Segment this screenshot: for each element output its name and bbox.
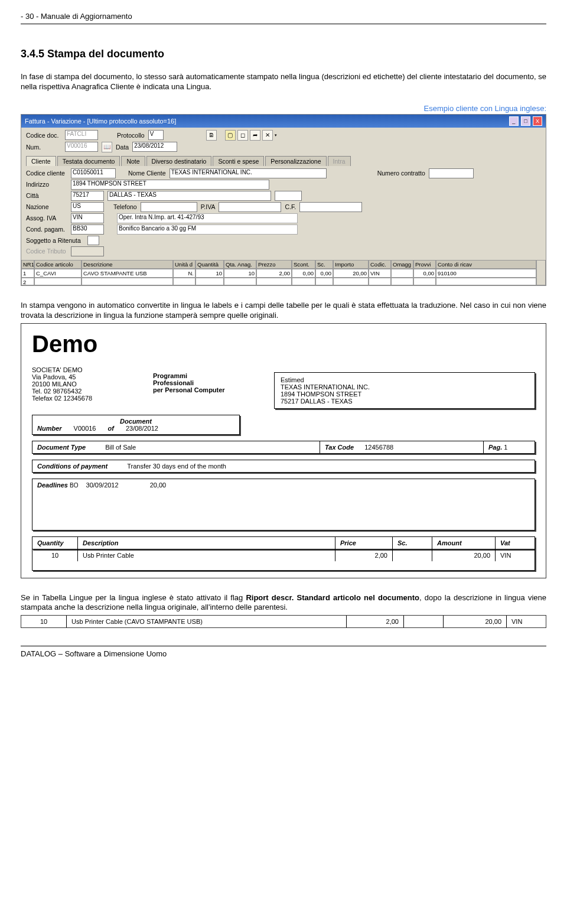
i2-vat: VIN — [507, 616, 546, 627]
i2-sc — [404, 616, 444, 627]
lbl-telefono: Telefono — [113, 203, 137, 210]
inp-data[interactable]: 23/08/2012 — [132, 142, 177, 152]
taxcode-val: 12456788 — [364, 444, 393, 451]
inp-codicecliente[interactable]: C01050011 — [71, 168, 116, 178]
dead-code: BO — [70, 482, 78, 489]
note-icon[interactable]: ▢ — [225, 130, 236, 141]
h-desc: Descrizione — [82, 260, 173, 269]
window-title: Fattura - Variazione - [Ultimo protocoll… — [25, 118, 176, 125]
h-price: Price — [335, 537, 393, 549]
inp-assog[interactable]: VIN — [71, 213, 104, 223]
lbl-soggetto: Soggetto a Ritenuta — [26, 237, 84, 244]
company-city: 20100 MILANO — [32, 380, 138, 388]
tab-pers[interactable]: Personalizzazione — [265, 156, 326, 166]
number-lbl: Number — [37, 425, 62, 432]
inp-num[interactable]: V00016 — [65, 142, 98, 152]
tab-sconti[interactable]: Sconti e spese — [213, 156, 264, 166]
demo-document: Demo SOCIETA' DEMO Via Padova, 45 20100 … — [21, 323, 546, 578]
i2-amt: 20,00 — [444, 616, 507, 627]
chk-soggetto[interactable] — [87, 236, 99, 245]
demo-title: Demo — [32, 331, 535, 357]
i2-desc: Usb Printer Cable (CAVO STAMPANTE USB) — [67, 616, 347, 627]
h-importo: Importo — [333, 260, 369, 269]
prog1: Programmi — [153, 372, 259, 379]
company-tel: Tel. 02 98765432 — [32, 388, 138, 395]
inp-codicedoc[interactable]: FATCLI — [65, 130, 98, 140]
cond-row: Conditions of payment Transfer 30 days e… — [32, 460, 535, 473]
c — [436, 278, 536, 285]
c — [391, 278, 413, 285]
page-header: - 30 - Manuale di Aggiornamento — [21, 12, 546, 21]
inp-cap[interactable]: 75217 — [71, 191, 104, 201]
inp-citta[interactable]: DALLAS - TEXAS — [107, 191, 271, 201]
inp-indirizzo[interactable]: 1894 THOMPSON STREET — [71, 180, 269, 190]
inp-piva[interactable] — [219, 202, 281, 212]
txt-oper: Oper. Intra N.Imp. art. 41-427/93 — [117, 213, 298, 223]
h-desc: Description — [78, 537, 335, 549]
titlebar: Fattura - Variazione - [Ultimo protocoll… — [21, 115, 546, 128]
app-window: Fattura - Variazione - [Ultimo protocoll… — [21, 114, 546, 286]
x-icon[interactable]: ✕ — [262, 130, 273, 141]
lbl-cf: C.F. — [285, 203, 296, 210]
inp-nazione[interactable]: US — [71, 202, 104, 212]
lbl-nomecliente: Nome Cliente — [128, 170, 166, 177]
i-vat: VIN — [496, 549, 535, 561]
grid: NR1 Codice articolo Descrizione Unità d … — [21, 260, 546, 285]
c — [369, 278, 391, 285]
doctype-val: Bill of Sale — [105, 444, 136, 451]
lookup-icon[interactable]: 📖 — [102, 142, 112, 152]
c: VIN — [369, 269, 391, 278]
tab-diverso[interactable]: Diverso destinatario — [146, 156, 212, 166]
i-sc — [393, 549, 432, 561]
inp-cf[interactable] — [299, 202, 362, 212]
dropdown-icon[interactable]: ▾ — [275, 133, 277, 138]
c — [173, 278, 195, 285]
inp-codtributo — [71, 246, 104, 256]
inp-condpagam[interactable]: BB30 — [71, 225, 104, 235]
item-row: 10 Usb Printer Cable 2,00 20,00 VIN — [32, 549, 535, 571]
lbl-condpagam: Cond. pagam. — [26, 226, 67, 233]
lbl-protocollo: Protocollo — [117, 132, 145, 139]
i2-price: 2,00 — [347, 616, 404, 627]
tab-cliente[interactable]: Cliente — [26, 156, 56, 166]
doc-icon[interactable]: 🗎 — [206, 130, 217, 141]
close-icon[interactable]: X — [533, 116, 542, 126]
tab-testata[interactable]: Testata documento — [57, 156, 120, 166]
cond-val: Transfer 30 days end of the month — [127, 463, 226, 470]
client-l1: Estimed — [281, 376, 529, 383]
company-fax: Telefax 02 12345678 — [32, 395, 138, 402]
min-icon[interactable]: _ — [509, 116, 519, 126]
lbl-numcontratto: Numero contratto — [377, 170, 425, 177]
window-buttons: _ □ X — [509, 116, 542, 126]
inp-protocollo[interactable]: V — [148, 130, 164, 140]
h-qtaanag: Qta. Anag. — [224, 260, 256, 269]
company-addr: Via Padova, 45 — [32, 373, 138, 380]
grid-row-2[interactable]: 2 — [21, 278, 536, 285]
h-nr: NR1 — [21, 260, 34, 269]
scrollbar[interactable] — [536, 260, 546, 285]
max-icon[interactable]: □ — [521, 116, 530, 126]
inp-numcontratto[interactable] — [429, 168, 474, 178]
item-header: Quantity Description Price Sc. Amount Va… — [32, 536, 535, 549]
prog2: Professionali — [153, 379, 259, 386]
grid-row-1[interactable]: 1 C_CAVI CAVO STAMPANTE USB N. 10 10 2,0… — [21, 269, 536, 278]
c — [413, 278, 436, 285]
tab-note[interactable]: Note — [121, 156, 145, 166]
item2-row: 10 Usb Printer Cable (CAVO STAMPANTE USB… — [21, 616, 546, 627]
inp-nomecliente[interactable]: TEXAS INTERNATIONAL INC. — [170, 168, 327, 178]
taxcode-lbl: Tax Code — [325, 444, 354, 451]
i2-qty: 10 — [21, 616, 67, 627]
i-amt: 20,00 — [432, 549, 496, 561]
forward-icon[interactable]: ➦ — [250, 130, 260, 141]
box-icon[interactable]: ◻ — [237, 130, 248, 141]
c: 1 — [21, 269, 34, 278]
client-box: Estimed TEXAS INTERNATIONAL INC. 1894 TH… — [274, 372, 535, 409]
lbl-codicecliente: Codice cliente — [26, 170, 67, 177]
doc-number-row: Document Number V00016 of 23/08/2012 — [32, 415, 240, 435]
client-l3: 1894 THOMPSON STREET — [281, 391, 529, 398]
h-provvi: Provvi — [413, 260, 436, 269]
inp-telefono[interactable] — [141, 202, 197, 212]
tab-intra[interactable]: Intra — [328, 156, 351, 166]
inp-prov[interactable] — [275, 191, 302, 201]
c: CAVO STAMPANTE USB — [82, 269, 173, 278]
